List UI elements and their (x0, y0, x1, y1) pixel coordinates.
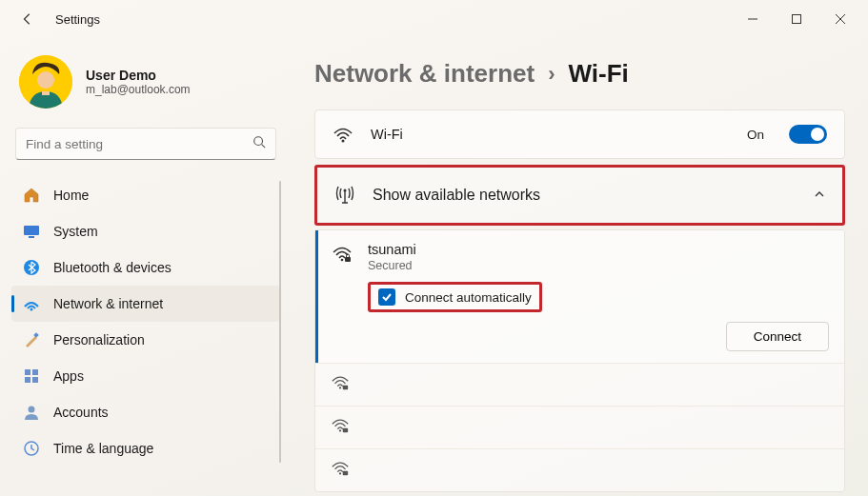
antenna-icon (334, 183, 355, 208)
connect-auto-label: Connect automatically (405, 290, 532, 305)
nav-label: Time & language (53, 441, 153, 456)
svg-rect-23 (343, 428, 348, 433)
home-icon (23, 187, 40, 204)
svg-rect-10 (25, 369, 30, 375)
connect-button[interactable]: Connect (726, 322, 829, 351)
svg-point-8 (30, 308, 33, 311)
wifi-toggle-card[interactable]: Wi-Fi On (314, 109, 845, 159)
chevron-up-icon (814, 187, 825, 204)
wifi-icon (333, 124, 353, 145)
close-button[interactable] (818, 4, 862, 34)
network-icon (23, 295, 40, 312)
svg-rect-13 (32, 377, 38, 383)
wifi-secured-icon (331, 416, 352, 439)
user-block[interactable]: User Demo m_lab@outlook.com (11, 48, 280, 124)
svg-rect-5 (24, 226, 39, 235)
apps-icon (23, 367, 40, 385)
nav-label: System (53, 224, 98, 239)
wifi-toggle[interactable] (789, 125, 827, 144)
search-input[interactable] (26, 137, 252, 151)
svg-rect-6 (29, 236, 34, 238)
maximize-button[interactable] (775, 4, 818, 34)
svg-rect-21 (343, 386, 348, 390)
svg-point-17 (344, 189, 347, 192)
network-item[interactable] (315, 406, 844, 448)
breadcrumb-current: Wi-Fi (568, 59, 628, 89)
accounts-icon (23, 404, 40, 421)
svg-point-20 (339, 387, 341, 388)
personalization-icon (23, 331, 40, 348)
breadcrumb-parent[interactable]: Network & internet (314, 59, 535, 89)
search-box[interactable] (15, 128, 276, 160)
main-panel: Network & internet › Wi-Fi Wi-Fi On Show… (292, 38, 868, 496)
avatar (19, 55, 72, 109)
svg-rect-25 (343, 471, 348, 476)
nav-item-time[interactable]: Time & language (11, 430, 280, 466)
network-item[interactable] (315, 363, 844, 406)
svg-point-24 (339, 472, 341, 474)
nav-item-bluetooth[interactable]: Bluetooth & devices (11, 249, 280, 286)
sidebar: User Demo m_lab@outlook.com Home System … (0, 38, 292, 496)
svg-rect-9 (33, 332, 39, 338)
nav-label: Home (53, 188, 89, 203)
titlebar: Settings (0, 0, 868, 38)
svg-point-14 (29, 407, 35, 413)
user-email: m_lab@outlook.com (86, 83, 191, 96)
nav-item-personalization[interactable]: Personalization (11, 322, 280, 358)
time-icon (23, 440, 40, 457)
wifi-secured-icon (331, 373, 352, 396)
svg-rect-3 (42, 91, 50, 95)
svg-point-22 (339, 429, 341, 431)
nav-label: Personalization (53, 332, 145, 347)
available-networks-label: Show available networks (373, 187, 540, 204)
nav-item-apps[interactable]: Apps (11, 358, 280, 394)
wifi-secured-icon (331, 459, 352, 482)
network-item-selected[interactable]: tsunami Secured Connect automatically Co… (315, 230, 844, 363)
network-security: Secured (368, 259, 416, 272)
bluetooth-icon (23, 259, 40, 276)
svg-point-16 (342, 140, 345, 143)
nav-item-network[interactable]: Network & internet (11, 286, 280, 322)
user-name: User Demo (86, 68, 191, 83)
search-icon (252, 135, 266, 152)
minimize-button[interactable] (731, 4, 775, 34)
system-icon (23, 223, 40, 240)
nav-label: Accounts (53, 405, 109, 420)
network-item[interactable] (315, 448, 844, 491)
svg-rect-19 (345, 257, 351, 262)
available-networks-header[interactable]: Show available networks (314, 165, 845, 226)
nav-label: Apps (53, 368, 84, 384)
network-name: tsunami (368, 242, 416, 257)
svg-point-4 (254, 137, 263, 146)
back-button[interactable] (17, 9, 38, 30)
breadcrumb-sep: › (548, 62, 555, 87)
svg-point-18 (341, 259, 344, 262)
connect-auto-checkbox[interactable] (378, 288, 395, 306)
svg-rect-12 (25, 377, 30, 383)
wifi-secured-icon (332, 242, 353, 268)
nav-label: Network & internet (53, 296, 163, 311)
nav-item-system[interactable]: System (11, 213, 280, 249)
network-list: tsunami Secured Connect automatically Co… (314, 229, 845, 492)
nav-item-home[interactable]: Home (11, 177, 280, 213)
window-title: Settings (55, 12, 100, 27)
nav-label: Bluetooth & devices (53, 260, 172, 275)
breadcrumb: Network & internet › Wi-Fi (314, 59, 845, 89)
nav-item-accounts[interactable]: Accounts (11, 394, 280, 430)
svg-rect-11 (32, 369, 38, 375)
wifi-state-label: On (747, 128, 764, 142)
nav-list: Home System Bluetooth & devices Network … (11, 177, 280, 466)
svg-rect-0 (793, 15, 801, 24)
svg-point-2 (37, 71, 54, 89)
wifi-label: Wi-Fi (371, 127, 403, 142)
connect-auto-row[interactable]: Connect automatically (368, 282, 542, 312)
